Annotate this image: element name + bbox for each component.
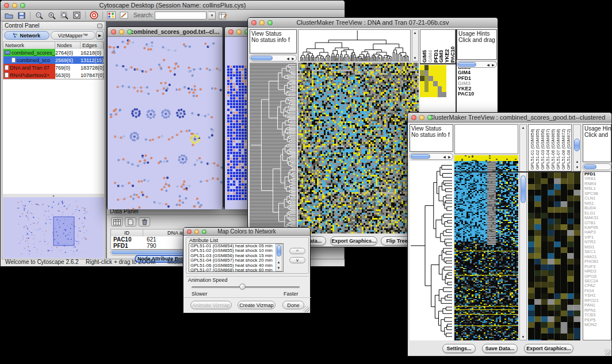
tab-network[interactable]: Network xyxy=(4,31,49,40)
dendro-vscrollbar[interactable]: ▲ ▼ xyxy=(412,29,419,62)
move-up-button[interactable]: ^ xyxy=(289,248,305,254)
scroll-right-icon[interactable]: ▶ xyxy=(447,154,452,160)
treeview1-title-bar[interactable]: ClusterMaker TreeView : DNA and Tran 07-… xyxy=(248,18,498,28)
matrix-cell[interactable] xyxy=(438,92,442,97)
scroll-thumb[interactable] xyxy=(251,56,273,60)
matrix-cell[interactable] xyxy=(424,86,429,91)
scroll-thumb[interactable] xyxy=(574,139,580,151)
global-heatmap-canvas[interactable] xyxy=(454,155,518,340)
minimize-button[interactable] xyxy=(259,20,265,25)
scroll-up-icon[interactable]: ▲ xyxy=(412,30,418,36)
save-icon[interactable] xyxy=(16,11,27,20)
network-list-row[interactable]: DNA and Tran 07769(0)183728(0) xyxy=(3,64,104,71)
zoom-button[interactable] xyxy=(267,20,273,25)
column-label[interactable]: YKE2 xyxy=(444,32,449,63)
zoom-button[interactable] xyxy=(127,29,132,35)
zoom-heatmap-matrix[interactable] xyxy=(420,65,446,97)
main-title-bar[interactable]: Cytoscape Desktop (Session Name: collins… xyxy=(1,1,345,10)
scroll-left-icon[interactable]: ◀ xyxy=(285,56,290,62)
matrix-cell[interactable] xyxy=(420,65,424,70)
network-view-canvas[interactable] xyxy=(108,37,223,209)
matrix-cell[interactable] xyxy=(438,70,442,75)
animate-vizmap-button[interactable]: Animate Vizmap xyxy=(190,301,232,309)
scroll-left-icon[interactable]: ◀ xyxy=(485,62,491,68)
close-button[interactable] xyxy=(411,115,416,120)
column-label[interactable]: GIM4 xyxy=(427,32,433,63)
select-attributes-icon[interactable] xyxy=(111,217,123,227)
column-label[interactable]: GPL51-04 (GSM857) xyxy=(545,126,550,170)
tab-overflow-arrow[interactable]: ▶ xyxy=(96,31,104,40)
save-data-button[interactable]: Save Data... xyxy=(482,344,518,353)
network-overview-canvas[interactable] xyxy=(3,197,104,258)
animation-speed-slider[interactable] xyxy=(192,286,300,288)
scroll-thumb[interactable] xyxy=(521,175,526,203)
column-label[interactable]: GPL51-03 (GSM856) xyxy=(540,126,545,170)
matrix-cell[interactable] xyxy=(420,86,424,91)
network-list-row[interactable]: combined_sco2569(6)13112(15) xyxy=(3,56,104,64)
settings-button[interactable]: Settings... xyxy=(442,344,476,353)
column-label[interactable]: PAC10 xyxy=(450,32,455,63)
minimize-button[interactable] xyxy=(119,29,124,35)
attribute-item[interactable]: GPL51-07 (GSM868) heat shock 60 min xyxy=(190,268,283,272)
scroll-thumb[interactable] xyxy=(277,245,281,256)
column-dendrogram-canvas[interactable] xyxy=(298,29,411,62)
attribute-list-vscrollbar[interactable]: ▲ ▼ xyxy=(276,244,282,271)
zoom-selected-icon[interactable] xyxy=(59,11,70,20)
minimize-button[interactable] xyxy=(12,3,17,8)
global-vscrollbar[interactable]: ▲ ▼ xyxy=(519,124,527,340)
col-header-network[interactable]: Network xyxy=(3,42,55,49)
column-label[interactable]: GIM5 xyxy=(422,32,427,63)
matrix-cell[interactable] xyxy=(424,65,429,70)
zoom-out-icon[interactable] xyxy=(33,11,44,20)
matrix-cell[interactable] xyxy=(429,70,433,75)
matrix-cell[interactable] xyxy=(420,92,424,97)
global-heatmap-canvas[interactable] xyxy=(298,63,419,233)
matrix-cell[interactable] xyxy=(442,86,446,91)
open-file-icon[interactable] xyxy=(3,11,14,20)
scroll-thumb[interactable] xyxy=(458,62,476,67)
resize-grip[interactable] xyxy=(605,349,611,355)
scroll-right-icon[interactable]: ▶ xyxy=(290,56,296,62)
attribute-browser-icon[interactable] xyxy=(217,11,228,20)
annotation-icon[interactable] xyxy=(118,11,129,20)
new-attribute-icon[interactable] xyxy=(125,217,136,227)
col-header-edges[interactable]: Edges xyxy=(81,42,104,49)
scroll-up-icon[interactable]: ▲ xyxy=(575,159,580,164)
close-button[interactable] xyxy=(111,29,116,35)
scroll-down-icon[interactable]: ▼ xyxy=(276,265,281,271)
scroll-down-icon[interactable]: ▼ xyxy=(575,164,580,170)
matrix-cell[interactable] xyxy=(424,76,429,81)
close-button[interactable] xyxy=(187,229,192,234)
matrix-cell[interactable] xyxy=(429,76,433,81)
scroll-down-icon[interactable]: ▼ xyxy=(521,334,526,340)
column-label[interactable]: GPL51-08 (GSM872) xyxy=(561,126,566,170)
zoom-button[interactable] xyxy=(427,115,433,120)
close-button[interactable] xyxy=(228,29,234,35)
matrix-cell[interactable] xyxy=(424,81,429,86)
attribute-list[interactable]: GPL51-01 (GSM854) heat shock 05 minGPL51… xyxy=(189,243,284,272)
zoom-button[interactable] xyxy=(202,229,206,234)
matrix-cell[interactable] xyxy=(433,65,438,70)
float-panel-icon[interactable] xyxy=(97,24,102,28)
row-label[interactable]: MON2 xyxy=(584,323,611,327)
matrix-cell[interactable] xyxy=(420,81,424,86)
scroll-right-icon[interactable]: ▶ xyxy=(491,62,496,68)
matrix-cell[interactable] xyxy=(424,92,429,97)
export-graphics-button[interactable]: Export Graphics... xyxy=(524,344,573,353)
close-button[interactable] xyxy=(4,3,9,8)
row-dendrogram-canvas[interactable] xyxy=(250,63,297,233)
matrix-cell[interactable] xyxy=(442,92,446,97)
matrix-cell[interactable] xyxy=(429,86,433,91)
zoom-button[interactable] xyxy=(20,3,25,8)
vizmapper-icon[interactable] xyxy=(106,11,117,20)
zoom-heatmap-canvas[interactable] xyxy=(528,173,580,340)
column-label[interactable]: GIM3 xyxy=(438,32,443,63)
matrix-cell[interactable] xyxy=(429,92,433,97)
matrix-cell[interactable] xyxy=(433,70,438,75)
matrix-cell[interactable] xyxy=(438,81,442,86)
matrix-cell[interactable] xyxy=(433,92,438,97)
matrix-cell[interactable] xyxy=(429,65,433,70)
matrix-cell[interactable] xyxy=(442,65,446,70)
matrix-cell[interactable] xyxy=(420,76,424,81)
zoom-fit-icon[interactable] xyxy=(71,11,82,20)
